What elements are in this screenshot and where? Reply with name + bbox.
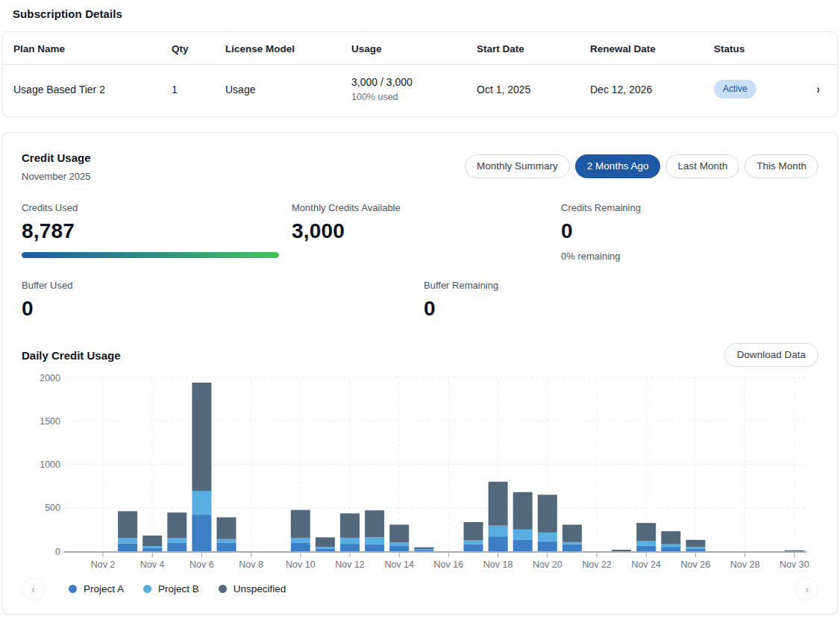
qty-cell: 1 xyxy=(172,84,225,95)
buffer-used-label: Buffer Used xyxy=(22,280,424,291)
svg-text:Nov 22: Nov 22 xyxy=(582,559,612,570)
svg-text:Nov 10: Nov 10 xyxy=(286,559,316,570)
daily-usage-title: Daily Credit Usage xyxy=(22,349,121,362)
tab-last-month[interactable]: Last Month xyxy=(665,154,739,178)
legend-label: Unspecified xyxy=(233,583,286,594)
svg-text:Nov 14: Nov 14 xyxy=(384,559,414,570)
column-header-qty: Qty xyxy=(172,43,225,54)
chart-prev-button[interactable]: ‹ xyxy=(22,577,45,600)
renewal-date-cell: Dec 12, 2026 xyxy=(590,84,714,95)
monthly-credits-available-label: Monthly Credits Available xyxy=(292,202,561,213)
credits-progress-bar xyxy=(22,252,279,258)
svg-text:Nov 2: Nov 2 xyxy=(91,559,116,570)
svg-text:0: 0 xyxy=(55,547,60,557)
legend-label: Project B xyxy=(158,583,199,594)
svg-text:Nov 6: Nov 6 xyxy=(189,559,214,570)
legend-dot-icon xyxy=(143,585,151,593)
svg-text:Nov 28: Nov 28 xyxy=(730,559,760,570)
page-title: Subscription Details xyxy=(13,7,838,20)
column-header-usage: Usage xyxy=(351,43,477,54)
credit-usage-card: Credit Usage November 2025 Monthly Summa… xyxy=(2,132,838,615)
status-badge: Active xyxy=(714,80,756,98)
svg-text:Nov 16: Nov 16 xyxy=(434,559,464,570)
daily-usage-header: Daily Credit Usage Download Data xyxy=(22,343,818,367)
legend-item-project-a[interactable]: Project A xyxy=(69,583,124,594)
subscription-table-card: Plan Name Qty License Model Usage Start … xyxy=(2,31,838,117)
legend-dot-icon xyxy=(69,585,77,593)
svg-text:Nov 24: Nov 24 xyxy=(631,559,661,570)
table-row[interactable]: Usage Based Tier 2 1 Usage 3,000 / 3,000… xyxy=(3,65,837,116)
buffer-remaining-label: Buffer Remaining xyxy=(424,280,818,291)
buffer-used-value: 0 xyxy=(22,297,424,321)
column-header-renewal-date: Renewal Date xyxy=(590,43,714,54)
usage-value: 3,000 / 3,000 xyxy=(351,76,477,88)
credits-progress-fill xyxy=(22,252,279,258)
svg-text:1500: 1500 xyxy=(40,416,60,427)
column-header-start-date: Start Date xyxy=(477,43,590,54)
subscription-page: Subscription Details Plan Name Qty Licen… xyxy=(0,0,840,615)
usage-percent: 100% used xyxy=(351,92,477,102)
credit-usage-header: Credit Usage November 2025 Monthly Summa… xyxy=(22,151,818,182)
credits-remaining-value: 0 xyxy=(561,219,818,243)
svg-text:Nov 4: Nov 4 xyxy=(140,559,165,570)
credits-used-value: 8,787 xyxy=(22,219,292,243)
chart-legend-row: ‹ Project AProject BUnspecified › xyxy=(22,577,818,600)
legend-label: Project A xyxy=(84,583,124,594)
legend-item-unspecified[interactable]: Unspecified xyxy=(219,583,286,594)
chart-next-button[interactable]: › xyxy=(795,577,818,600)
credit-usage-title: Credit Usage xyxy=(22,151,91,164)
column-header-plan-name: Plan Name xyxy=(3,43,172,54)
svg-text:Nov 20: Nov 20 xyxy=(533,559,562,570)
svg-text:Nov 8: Nov 8 xyxy=(239,559,263,570)
legend-item-project-b[interactable]: Project B xyxy=(143,583,199,594)
svg-text:Nov 30: Nov 30 xyxy=(780,559,809,570)
tab-this-month[interactable]: This Month xyxy=(745,154,818,178)
column-header-license-model: License Model xyxy=(225,43,351,54)
monthly-credits-available-value: 3,000 xyxy=(292,219,561,243)
credits-used-label: Credits Used xyxy=(22,202,292,213)
table-header-row: Plan Name Qty License Model Usage Start … xyxy=(3,32,837,65)
svg-text:Nov 18: Nov 18 xyxy=(483,559,513,570)
license-model-cell: Usage xyxy=(225,84,351,95)
period-tabs: Monthly Summary 2 Months Ago Last Month … xyxy=(465,154,818,178)
svg-text:500: 500 xyxy=(45,503,60,513)
column-header-status: Status xyxy=(714,43,837,54)
chevron-right-icon[interactable]: › xyxy=(817,82,820,97)
chart-legend: Project AProject BUnspecified xyxy=(69,583,795,594)
svg-text:2000: 2000 xyxy=(40,373,60,383)
svg-text:Nov 26: Nov 26 xyxy=(681,559,711,570)
credits-remaining-label: Credits Remaining xyxy=(561,202,818,213)
credits-remaining-note: 0% remaining xyxy=(561,251,818,262)
tab-two-months-ago[interactable]: 2 Months Ago xyxy=(575,154,661,178)
download-data-button[interactable]: Download Data xyxy=(724,343,818,367)
start-date-cell: Oct 1, 2025 xyxy=(477,84,590,95)
daily-usage-chart: 0500100015002000Nov 2Nov 4Nov 6Nov 8Nov … xyxy=(19,371,818,574)
credit-usage-month: November 2025 xyxy=(22,171,91,182)
stats-row-1: Credits Used 8,787 Monthly Credits Avail… xyxy=(22,202,818,262)
buffer-remaining-value: 0 xyxy=(424,297,818,321)
stacked-bar-chart: 0500100015002000Nov 2Nov 4Nov 6Nov 8Nov … xyxy=(19,371,811,571)
svg-text:Nov 12: Nov 12 xyxy=(335,559,365,570)
status-cell: Active › xyxy=(714,80,837,98)
svg-text:1000: 1000 xyxy=(40,459,60,470)
legend-dot-icon xyxy=(219,585,227,593)
stats-row-2: Buffer Used 0 Buffer Remaining 0 xyxy=(22,280,818,321)
plan-name-cell: Usage Based Tier 2 xyxy=(3,84,172,95)
tab-monthly-summary[interactable]: Monthly Summary xyxy=(465,154,570,178)
usage-cell: 3,000 / 3,000 100% used xyxy=(351,76,477,102)
